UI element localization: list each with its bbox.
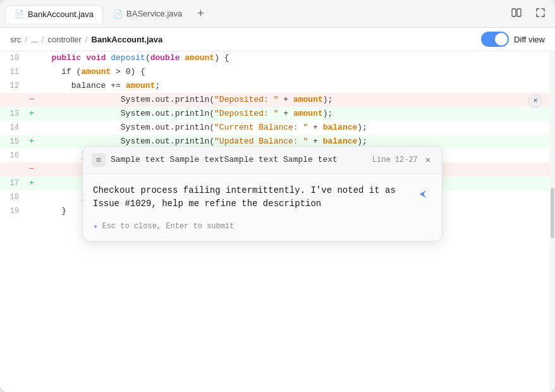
line-number-16: 16	[0, 149, 25, 162]
breadcrumb-sep-3: /	[85, 35, 88, 44]
diff-toggle-thumb	[495, 33, 508, 46]
popup-icon-symbol: ⊡	[97, 153, 101, 167]
line-number-18: 18	[0, 190, 25, 204]
tab-bar-actions	[507, 4, 550, 23]
tab-bar: 📄 BankAccount.java 📄 BAService.java +	[0, 0, 555, 28]
main-window: 📄 BankAccount.java 📄 BAService.java +	[0, 0, 555, 392]
diff-marker-13: +	[25, 107, 38, 121]
tab-label-2: BAService.java	[126, 9, 182, 18]
code-editor: 10 public void deposit(double amount) { …	[0, 51, 555, 392]
popup-context-icon: ⊡	[92, 153, 106, 167]
diff-marker-18	[25, 190, 38, 204]
popup-title: Sample text Sample textSample text Sampl…	[111, 153, 367, 167]
popup-container: ⊡ Sample text Sample textSample text Sam…	[82, 146, 442, 242]
popup-message-text[interactable]: Checkout process failing intermittently.…	[93, 184, 408, 211]
code-line-13: 13 + System.out.println("Deposited: " + …	[0, 107, 555, 121]
scrollbar[interactable]	[550, 51, 555, 392]
inline-close-button[interactable]: ×	[528, 94, 542, 108]
popup-body: Checkout process failing intermittently.…	[83, 174, 442, 216]
diff-toggle-area: Diff view	[481, 32, 545, 47]
ai-popup: ⊡ Sample text Sample textSample text Sam…	[82, 146, 442, 242]
code-line-12: 12 balance += amount;	[0, 79, 555, 93]
svg-rect-1	[517, 9, 521, 16]
diff-marker-15: +	[25, 135, 38, 149]
breadcrumb-sep-1: /	[25, 35, 27, 44]
diff-marker-19	[25, 204, 38, 218]
diff-marker-12	[25, 79, 38, 93]
breadcrumb-src: src	[10, 35, 21, 44]
code-line-14: 14 System.out.println("Current Balance: …	[0, 121, 555, 135]
scrollbar-thumb[interactable]	[551, 188, 554, 238]
breadcrumb-ellipsis[interactable]: ...	[31, 35, 38, 44]
line-number-19: 19	[0, 204, 25, 218]
diff-marker-11	[25, 65, 38, 79]
tab-file-icon-1: 📄	[15, 9, 24, 18]
line-number-removed	[0, 93, 25, 107]
diff-marker-14	[25, 121, 38, 135]
line-number-11: 11	[0, 65, 25, 79]
line-content-13: System.out.println("Deposited: " + amoun…	[38, 107, 555, 121]
line-number-13: 13	[0, 107, 25, 121]
line-content-12: balance += amount;	[38, 79, 555, 93]
popup-sparkle-icon: ✦	[93, 219, 98, 233]
code-line-10: 10 public void deposit(double amount) {	[0, 51, 555, 65]
breadcrumb-controller: controller	[47, 35, 81, 44]
breadcrumb-bar: src / ... / controller / BankAccount.jav…	[0, 28, 555, 51]
line-number-14: 14	[0, 121, 25, 135]
tab-baservice[interactable]: 📄 BAService.java	[104, 5, 191, 22]
line-content-11: if (amount > 0) {	[38, 65, 555, 79]
popup-line-ref: Line 12-27	[372, 153, 418, 167]
code-lines: 10 public void deposit(double amount) { …	[0, 51, 555, 218]
diff-view-toggle[interactable]	[481, 32, 509, 47]
popup-close-button[interactable]: ×	[423, 154, 433, 166]
code-line-11: 11 if (amount > 0) {	[0, 65, 555, 79]
breadcrumb-current: BankAccount.java	[92, 35, 163, 44]
tab-bankaccount[interactable]: 📄 BankAccount.java	[5, 5, 103, 23]
tab-label-1: BankAccount.java	[28, 9, 94, 19]
popup-header: ⊡ Sample text Sample textSample text Sam…	[83, 147, 442, 174]
line-content-14: System.out.println("Current Balance: " +…	[38, 121, 555, 135]
popup-footer: ✦ Esc to close, Enter to submit	[83, 216, 442, 241]
popup-footer-hint: Esc to close, Enter to submit	[102, 219, 234, 233]
diff-marker-16	[25, 149, 38, 162]
diff-marker-removed-1: −	[25, 93, 38, 107]
diff-view-label: Diff view	[514, 35, 545, 44]
line-number-12: 12	[0, 79, 25, 93]
popup-send-button[interactable]	[414, 185, 432, 203]
diff-marker-removed-2: −	[25, 162, 38, 176]
line-content-removed-1: System.out.println("Deposited: " + amoun…	[38, 93, 555, 107]
code-line-removed-13: − System.out.println("Deposited: " + amo…	[0, 93, 555, 107]
line-number-10: 10	[0, 51, 25, 65]
popup-input-row: Checkout process failing intermittently.…	[93, 184, 432, 211]
line-number-15: 15	[0, 135, 25, 149]
breadcrumb-sep-2: /	[42, 35, 44, 44]
svg-rect-0	[512, 9, 516, 16]
fullscreen-button[interactable]	[531, 4, 550, 23]
diff-marker-10	[25, 51, 38, 65]
line-content-10: public void deposit(double amount) {	[38, 51, 555, 65]
line-number-17: 17	[0, 176, 25, 190]
split-view-button[interactable]	[507, 4, 526, 23]
tab-add-button[interactable]: +	[192, 4, 209, 23]
diff-marker-17: +	[25, 176, 38, 190]
line-number-removed-2	[0, 162, 25, 176]
tab-file-icon-2: 📄	[113, 9, 123, 18]
